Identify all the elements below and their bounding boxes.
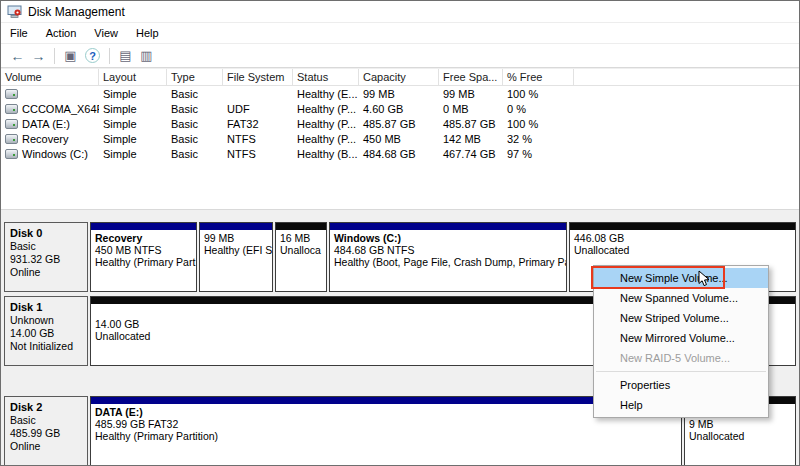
menu-item-new-spanned-volume[interactable]: New Spanned Volume... [594, 288, 768, 308]
menu-item-new-simple-volume[interactable]: New Simple Volume... [594, 268, 768, 288]
column-header-layout[interactable]: Layout [99, 69, 167, 85]
disk-2-label[interactable]: Disk 2 Basic 485.99 GB Online [4, 396, 88, 466]
disk-size: 14.00 GB [10, 327, 82, 340]
volume-pct-free: 0 % [503, 103, 574, 115]
partition-stripe [91, 223, 196, 230]
column-header-capacity[interactable]: Capacity [359, 69, 439, 85]
partition-name: Recovery [95, 232, 192, 244]
partition-windows-c[interactable]: Windows (C:) 484.68 GB NTFS Healthy (Boo… [329, 222, 567, 292]
menu-item-new-striped-volume[interactable]: New Striped Volume... [594, 308, 768, 328]
menu-view[interactable]: View [85, 25, 127, 41]
volume-name: Recovery [22, 133, 68, 145]
partition-stripe [276, 223, 326, 230]
menu-item-help[interactable]: Help [594, 395, 768, 415]
toolbar-separator [109, 48, 110, 64]
column-header-file-system[interactable]: File System [223, 69, 293, 85]
volume-free-space: 0 MB [439, 103, 503, 115]
menu-file[interactable]: File [1, 25, 37, 41]
back-icon[interactable]: ← [7, 46, 28, 65]
volume-name: DATA (E:) [22, 118, 70, 130]
partition-status: Healthy (Boot, Page File, Crash Dump, Pr… [334, 256, 562, 268]
disk-name: Disk 0 [10, 226, 82, 240]
disk-status: Online [10, 266, 82, 279]
disk-management-window: Disk Management File Action View Help ← … [0, 0, 800, 466]
partition-info: 99 MB [204, 232, 268, 244]
partition-status: Healthy (Primary Partition) [95, 430, 677, 442]
partition-status: Unalloca [280, 244, 322, 256]
graphical-view-icon[interactable]: ▥ [136, 46, 157, 65]
volume-row-data-e[interactable]: DATA (E:) Simple Basic FAT32 Healthy (P.… [1, 116, 799, 131]
volume-status: Healthy (E... [293, 88, 359, 100]
disk-size: 931.32 GB [10, 253, 82, 266]
partition-status: Healthy (EFI Sys [204, 244, 268, 256]
partition-stripe [330, 223, 566, 230]
disk-list-icon[interactable]: ▤ [115, 46, 136, 65]
app-icon [7, 4, 22, 19]
volume-icon [5, 89, 18, 99]
volume-row-efi[interactable]: Simple Basic Healthy (E... 99 MB 99 MB 1… [1, 86, 799, 101]
partition-efi[interactable]: 99 MB Healthy (EFI Sys [199, 222, 273, 292]
partition-name: DATA (E:) [95, 406, 677, 418]
volume-list: Volume Layout Type File System Status Ca… [1, 68, 799, 209]
column-header-status[interactable]: Status [293, 69, 359, 85]
volume-row-cccoma[interactable]: CCCOMA_X64FRE... Simple Basic UDF Health… [1, 101, 799, 116]
volume-type: Basic [167, 88, 223, 100]
volume-capacity: 450 MB [359, 133, 439, 145]
volume-type: Basic [167, 148, 223, 160]
volume-pct-free: 100 % [503, 118, 574, 130]
volume-status: Healthy (P... [293, 133, 359, 145]
column-header-free-space[interactable]: Free Spa... [439, 69, 503, 85]
volume-pct-free: 97 % [503, 148, 574, 160]
column-header-filler [574, 69, 799, 85]
console-window-icon[interactable]: ▣ [60, 46, 81, 65]
help-icon[interactable]: ? [85, 48, 100, 63]
menu-help[interactable]: Help [127, 25, 168, 41]
volume-icon [5, 134, 18, 144]
volume-capacity: 4.60 GB [359, 103, 439, 115]
partition-name: Windows (C:) [334, 232, 562, 244]
partition-unallocated-16mb[interactable]: 16 MB Unalloca [275, 222, 327, 292]
disk-type: Basic [10, 240, 82, 253]
volume-free-space: 467.74 GB [439, 148, 503, 160]
menu-item-properties[interactable]: Properties [594, 375, 768, 395]
volume-icon [5, 104, 18, 114]
volume-file-system: NTFS [223, 148, 293, 160]
volume-status: Healthy (P... [293, 118, 359, 130]
volume-name: Windows (C:) [22, 148, 88, 160]
volume-row-recovery[interactable]: Recovery Simple Basic NTFS Healthy (P...… [1, 131, 799, 146]
volume-free-space: 99 MB [439, 88, 503, 100]
mouse-cursor-icon [698, 270, 710, 287]
partition-info: 484.68 GB NTFS [334, 244, 562, 256]
volume-capacity: 485.87 GB [359, 118, 439, 130]
volume-row-windows-c[interactable]: Windows (C:) Simple Basic NTFS Healthy (… [1, 146, 799, 161]
titlebar: Disk Management [1, 1, 799, 23]
disk-0-label[interactable]: Disk 0 Basic 931.32 GB Online [4, 222, 88, 292]
menubar: File Action View Help [1, 23, 799, 43]
volume-layout: Simple [99, 103, 167, 115]
volume-list-header: Volume Layout Type File System Status Ca… [1, 68, 799, 86]
column-header-volume[interactable]: Volume [1, 69, 99, 85]
disk-status: Online [10, 440, 82, 453]
toolbar-separator [54, 48, 55, 64]
partition-recovery[interactable]: Recovery 450 MB NTFS Healthy (Primary Pa… [90, 222, 197, 292]
volume-type: Basic [167, 103, 223, 115]
menu-item-new-mirrored-volume[interactable]: New Mirrored Volume... [594, 328, 768, 348]
volume-file-system: UDF [223, 103, 293, 115]
partition-info: 9 MB [689, 418, 791, 430]
column-header-pct-free[interactable]: % Free [503, 69, 574, 85]
volume-pct-free: 32 % [503, 133, 574, 145]
toolbar: ← → ▣ ? ▤ ▥ [1, 43, 799, 68]
partition-info: 485.99 GB FAT32 [95, 418, 677, 430]
disk-size: 485.99 GB [10, 427, 82, 440]
window-title: Disk Management [28, 5, 125, 19]
volume-capacity: 484.68 GB [359, 148, 439, 160]
volume-free-space: 142 MB [439, 133, 503, 145]
menu-action[interactable]: Action [37, 25, 86, 41]
menu-separator [596, 371, 766, 372]
disk-1-label[interactable]: Disk 1 Unknown 14.00 GB Not Initialized [4, 296, 88, 366]
volume-file-system: FAT32 [223, 118, 293, 130]
column-header-type[interactable]: Type [167, 69, 223, 85]
forward-icon[interactable]: → [28, 46, 49, 65]
volume-pct-free: 100 % [503, 88, 574, 100]
menu-item-new-raid5-volume: New RAID-5 Volume... [594, 348, 768, 368]
